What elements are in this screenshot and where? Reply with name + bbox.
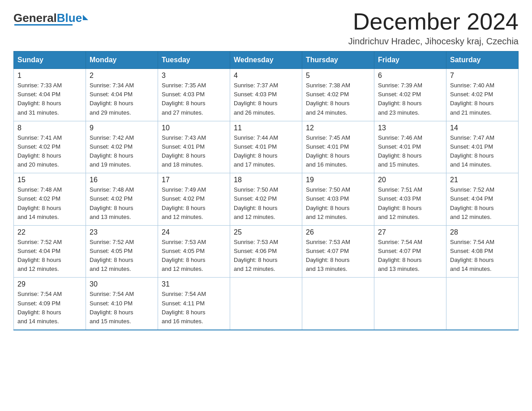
calendar-cell: 23 Sunrise: 7:52 AM Sunset: 4:05 PM Dayl… bbox=[86, 225, 158, 278]
day-info: Sunrise: 7:46 AM Sunset: 4:01 PM Dayligh… bbox=[378, 133, 442, 170]
logo-blue-text: Blue bbox=[57, 11, 82, 25]
day-of-week-header: Monday bbox=[86, 51, 158, 69]
day-info: Sunrise: 7:54 AM Sunset: 4:10 PM Dayligh… bbox=[90, 290, 154, 326]
day-number: 27 bbox=[378, 228, 442, 236]
calendar-week-row: 22 Sunrise: 7:52 AM Sunset: 4:04 PM Dayl… bbox=[14, 225, 519, 278]
logo-triangle-icon bbox=[83, 15, 88, 20]
calendar-cell: 11 Sunrise: 7:44 AM Sunset: 4:01 PM Dayl… bbox=[230, 121, 302, 173]
day-number: 8 bbox=[17, 124, 82, 132]
logo: General Blue bbox=[13, 11, 88, 26]
calendar-cell: 16 Sunrise: 7:48 AM Sunset: 4:02 PM Dayl… bbox=[86, 173, 158, 226]
day-number: 6 bbox=[378, 72, 442, 80]
day-info: Sunrise: 7:53 AM Sunset: 4:06 PM Dayligh… bbox=[234, 238, 298, 274]
day-number: 28 bbox=[450, 228, 515, 236]
day-number: 9 bbox=[90, 124, 154, 132]
calendar-cell: 19 Sunrise: 7:50 AM Sunset: 4:03 PM Dayl… bbox=[302, 173, 374, 226]
calendar-cell bbox=[374, 278, 446, 330]
calendar-cell: 10 Sunrise: 7:43 AM Sunset: 4:01 PM Dayl… bbox=[158, 121, 230, 173]
calendar-cell: 3 Sunrise: 7:35 AM Sunset: 4:03 PM Dayli… bbox=[158, 69, 230, 121]
calendar-cell: 8 Sunrise: 7:41 AM Sunset: 4:02 PM Dayli… bbox=[14, 121, 86, 173]
logo-general-text: General bbox=[13, 11, 57, 25]
day-number: 31 bbox=[162, 280, 226, 288]
day-of-week-header: Thursday bbox=[302, 51, 374, 69]
calendar-week-row: 1 Sunrise: 7:33 AM Sunset: 4:04 PM Dayli… bbox=[14, 69, 519, 121]
calendar-cell bbox=[302, 278, 374, 330]
day-info: Sunrise: 7:45 AM Sunset: 4:01 PM Dayligh… bbox=[306, 133, 370, 170]
day-number: 20 bbox=[378, 176, 442, 184]
day-info: Sunrise: 7:43 AM Sunset: 4:01 PM Dayligh… bbox=[162, 133, 226, 170]
calendar-cell bbox=[446, 278, 519, 330]
day-info: Sunrise: 7:52 AM Sunset: 4:05 PM Dayligh… bbox=[90, 238, 154, 274]
day-info: Sunrise: 7:48 AM Sunset: 4:02 PM Dayligh… bbox=[17, 185, 82, 222]
day-info: Sunrise: 7:54 AM Sunset: 4:09 PM Dayligh… bbox=[17, 290, 82, 326]
calendar-table: SundayMondayTuesdayWednesdayThursdayFrid… bbox=[13, 51, 519, 330]
day-number: 17 bbox=[162, 176, 226, 184]
day-number: 10 bbox=[162, 124, 226, 132]
day-number: 18 bbox=[234, 176, 298, 184]
calendar-cell: 2 Sunrise: 7:34 AM Sunset: 4:04 PM Dayli… bbox=[86, 69, 158, 121]
day-info: Sunrise: 7:53 AM Sunset: 4:07 PM Dayligh… bbox=[306, 238, 370, 274]
day-info: Sunrise: 7:39 AM Sunset: 4:02 PM Dayligh… bbox=[378, 81, 442, 117]
day-number: 24 bbox=[162, 228, 226, 236]
calendar-cell: 31 Sunrise: 7:54 AM Sunset: 4:11 PM Dayl… bbox=[158, 278, 230, 330]
day-number: 22 bbox=[17, 228, 82, 236]
day-info: Sunrise: 7:40 AM Sunset: 4:02 PM Dayligh… bbox=[450, 81, 515, 117]
day-number: 26 bbox=[306, 228, 370, 236]
day-number: 13 bbox=[378, 124, 442, 132]
calendar-cell: 7 Sunrise: 7:40 AM Sunset: 4:02 PM Dayli… bbox=[446, 69, 519, 121]
day-info: Sunrise: 7:38 AM Sunset: 4:02 PM Dayligh… bbox=[306, 81, 370, 117]
day-info: Sunrise: 7:48 AM Sunset: 4:02 PM Dayligh… bbox=[90, 185, 154, 222]
day-info: Sunrise: 7:44 AM Sunset: 4:01 PM Dayligh… bbox=[234, 133, 298, 170]
day-number: 1 bbox=[17, 72, 82, 80]
calendar-cell: 1 Sunrise: 7:33 AM Sunset: 4:04 PM Dayli… bbox=[14, 69, 86, 121]
day-number: 11 bbox=[234, 124, 298, 132]
calendar-cell: 22 Sunrise: 7:52 AM Sunset: 4:04 PM Dayl… bbox=[14, 225, 86, 278]
day-info: Sunrise: 7:54 AM Sunset: 4:07 PM Dayligh… bbox=[378, 238, 442, 274]
day-info: Sunrise: 7:34 AM Sunset: 4:04 PM Dayligh… bbox=[90, 81, 154, 117]
calendar-cell: 20 Sunrise: 7:51 AM Sunset: 4:03 PM Dayl… bbox=[374, 173, 446, 226]
calendar-cell: 25 Sunrise: 7:53 AM Sunset: 4:06 PM Dayl… bbox=[230, 225, 302, 278]
day-info: Sunrise: 7:35 AM Sunset: 4:03 PM Dayligh… bbox=[162, 81, 226, 117]
day-info: Sunrise: 7:54 AM Sunset: 4:11 PM Dayligh… bbox=[162, 290, 226, 326]
calendar-cell bbox=[230, 278, 302, 330]
day-number: 19 bbox=[306, 176, 370, 184]
day-of-week-header: Tuesday bbox=[158, 51, 230, 69]
day-of-week-header: Friday bbox=[374, 51, 446, 69]
day-info: Sunrise: 7:49 AM Sunset: 4:02 PM Dayligh… bbox=[162, 185, 226, 222]
day-number: 29 bbox=[17, 280, 82, 288]
day-info: Sunrise: 7:50 AM Sunset: 4:03 PM Dayligh… bbox=[306, 185, 370, 222]
day-number: 2 bbox=[90, 72, 154, 80]
calendar-cell: 13 Sunrise: 7:46 AM Sunset: 4:01 PM Dayl… bbox=[374, 121, 446, 173]
day-info: Sunrise: 7:52 AM Sunset: 4:04 PM Dayligh… bbox=[17, 238, 82, 274]
day-number: 16 bbox=[90, 176, 154, 184]
calendar-cell: 26 Sunrise: 7:53 AM Sunset: 4:07 PM Dayl… bbox=[302, 225, 374, 278]
day-info: Sunrise: 7:51 AM Sunset: 4:03 PM Dayligh… bbox=[378, 185, 442, 222]
day-info: Sunrise: 7:42 AM Sunset: 4:02 PM Dayligh… bbox=[90, 133, 154, 170]
calendar-cell: 28 Sunrise: 7:54 AM Sunset: 4:08 PM Dayl… bbox=[446, 225, 519, 278]
day-number: 23 bbox=[90, 228, 154, 236]
calendar-cell: 18 Sunrise: 7:50 AM Sunset: 4:02 PM Dayl… bbox=[230, 173, 302, 226]
day-number: 30 bbox=[90, 280, 154, 288]
calendar-cell: 14 Sunrise: 7:47 AM Sunset: 4:01 PM Dayl… bbox=[446, 121, 519, 173]
calendar-week-row: 15 Sunrise: 7:48 AM Sunset: 4:02 PM Dayl… bbox=[14, 173, 519, 226]
day-info: Sunrise: 7:41 AM Sunset: 4:02 PM Dayligh… bbox=[17, 133, 82, 170]
day-info: Sunrise: 7:47 AM Sunset: 4:01 PM Dayligh… bbox=[450, 133, 515, 170]
title-block: December 2024 Jindrichuv Hradec, Jihoces… bbox=[348, 9, 519, 47]
calendar-cell: 21 Sunrise: 7:52 AM Sunset: 4:04 PM Dayl… bbox=[446, 173, 519, 226]
calendar-header-row: SundayMondayTuesdayWednesdayThursdayFrid… bbox=[14, 51, 519, 69]
calendar-week-row: 8 Sunrise: 7:41 AM Sunset: 4:02 PM Dayli… bbox=[14, 121, 519, 173]
day-of-week-header: Saturday bbox=[446, 51, 519, 69]
day-number: 12 bbox=[306, 124, 370, 132]
location-text: Jindrichuv Hradec, Jihocesky kraj, Czech… bbox=[348, 36, 519, 47]
day-info: Sunrise: 7:33 AM Sunset: 4:04 PM Dayligh… bbox=[17, 81, 82, 117]
day-info: Sunrise: 7:54 AM Sunset: 4:08 PM Dayligh… bbox=[450, 238, 515, 274]
calendar-cell: 4 Sunrise: 7:37 AM Sunset: 4:03 PM Dayli… bbox=[230, 69, 302, 121]
calendar-cell: 27 Sunrise: 7:54 AM Sunset: 4:07 PM Dayl… bbox=[374, 225, 446, 278]
day-number: 15 bbox=[17, 176, 82, 184]
day-of-week-header: Wednesday bbox=[230, 51, 302, 69]
calendar-cell: 17 Sunrise: 7:49 AM Sunset: 4:02 PM Dayl… bbox=[158, 173, 230, 226]
day-number: 14 bbox=[450, 124, 515, 132]
day-number: 25 bbox=[234, 228, 298, 236]
calendar-cell: 24 Sunrise: 7:53 AM Sunset: 4:05 PM Dayl… bbox=[158, 225, 230, 278]
calendar-cell: 6 Sunrise: 7:39 AM Sunset: 4:02 PM Dayli… bbox=[374, 69, 446, 121]
